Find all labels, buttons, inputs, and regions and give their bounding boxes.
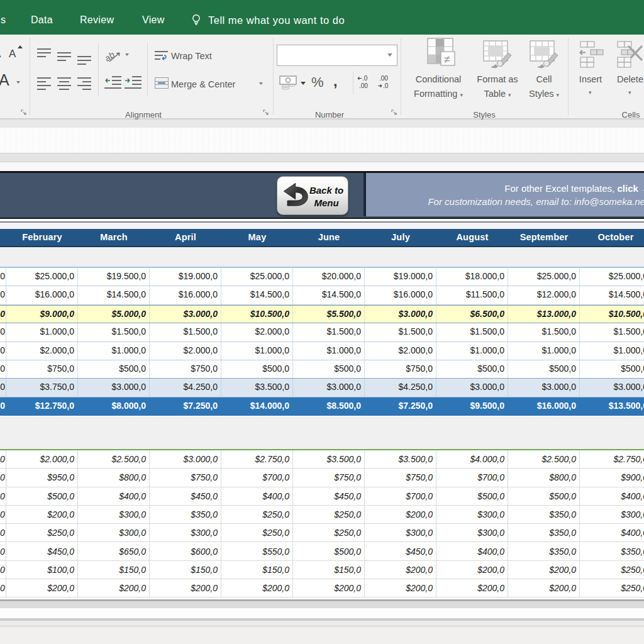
svg-text:.0: .0 [383,82,389,89]
svg-text:.00: .00 [379,75,388,82]
svg-text:.0: .0 [362,75,368,82]
svg-text:.00: .00 [359,82,368,89]
svg-text:≠: ≠ [444,53,450,65]
